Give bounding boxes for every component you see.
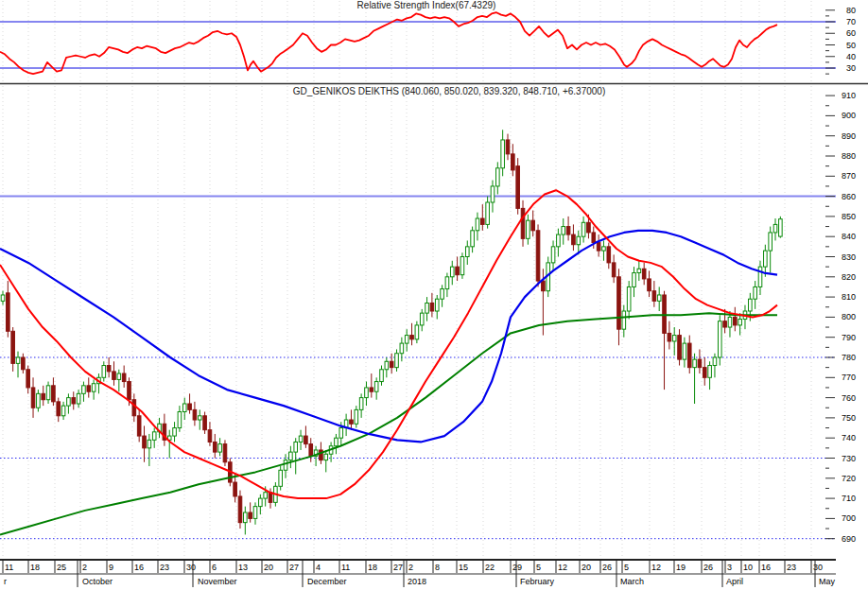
svg-text:890: 890	[842, 131, 856, 141]
svg-text:13: 13	[238, 563, 248, 572]
svg-text:16: 16	[134, 563, 144, 572]
svg-text:720: 720	[842, 474, 856, 483]
svg-text:900: 900	[842, 111, 856, 120]
svg-text:10: 10	[743, 563, 753, 572]
svg-text:26: 26	[602, 563, 612, 572]
svg-text:6: 6	[212, 563, 217, 572]
svg-text:3: 3	[727, 563, 732, 572]
svg-text:740: 740	[842, 433, 856, 442]
svg-text:November: November	[198, 577, 237, 586]
svg-text:23: 23	[787, 563, 796, 572]
svg-text:December: December	[307, 577, 347, 586]
svg-text:12: 12	[651, 563, 661, 572]
svg-text:860: 860	[842, 192, 856, 201]
svg-text:5: 5	[624, 563, 629, 572]
svg-text:710: 710	[842, 494, 856, 503]
svg-text:18: 18	[368, 563, 377, 572]
svg-text:5: 5	[536, 563, 541, 572]
svg-text:r: r	[4, 577, 7, 586]
svg-text:22: 22	[485, 563, 495, 572]
svg-text:23: 23	[160, 563, 169, 572]
svg-text:2: 2	[408, 563, 413, 572]
svg-text:2: 2	[82, 563, 87, 572]
svg-text:April: April	[726, 577, 743, 586]
svg-text:11: 11	[341, 563, 350, 572]
svg-text:11: 11	[5, 563, 13, 572]
svg-text:29: 29	[512, 563, 522, 572]
svg-text:700: 700	[842, 513, 856, 523]
svg-text:February: February	[520, 577, 555, 586]
svg-text:60: 60	[846, 28, 856, 38]
svg-text:27: 27	[393, 563, 403, 572]
svg-text:780: 780	[842, 353, 856, 362]
svg-text:March: March	[620, 577, 644, 586]
rsi-panel-title: Relative Strength Index(67.4329)	[357, 0, 496, 10]
svg-text:840: 840	[842, 232, 856, 241]
chart-window: 8070605040309109008908808708608508408308…	[0, 0, 868, 590]
svg-text:850: 850	[842, 212, 856, 221]
svg-text:760: 760	[842, 393, 856, 403]
svg-text:730: 730	[842, 454, 856, 463]
svg-text:26: 26	[703, 563, 713, 572]
svg-text:2018: 2018	[408, 577, 426, 586]
svg-text:12: 12	[558, 563, 567, 572]
svg-text:30: 30	[186, 563, 196, 572]
svg-text:18: 18	[30, 563, 40, 572]
svg-text:40: 40	[846, 52, 856, 61]
svg-text:810: 810	[842, 292, 856, 302]
price-panel-title: GD_GENIKOS DEIKTHS (840.060, 850.020, 83…	[293, 86, 606, 96]
svg-text:15: 15	[459, 563, 468, 572]
svg-text:800: 800	[842, 312, 856, 321]
svg-text:770: 770	[842, 373, 856, 382]
svg-text:4: 4	[316, 563, 321, 572]
svg-text:870: 870	[842, 171, 856, 181]
svg-text:80: 80	[846, 6, 856, 15]
svg-text:20: 20	[264, 563, 273, 572]
svg-text:790: 790	[842, 333, 856, 342]
svg-text:9: 9	[109, 563, 113, 572]
svg-text:50: 50	[846, 41, 856, 50]
svg-text:30: 30	[846, 63, 856, 73]
svg-text:820: 820	[842, 272, 856, 282]
svg-text:May: May	[819, 577, 836, 586]
svg-text:910: 910	[842, 91, 856, 100]
svg-text:750: 750	[842, 413, 856, 423]
svg-text:19: 19	[676, 563, 686, 572]
svg-text:16: 16	[761, 563, 771, 572]
svg-text:690: 690	[842, 534, 856, 544]
svg-text:25: 25	[57, 563, 66, 572]
svg-text:830: 830	[842, 252, 856, 262]
svg-text:880: 880	[842, 151, 856, 161]
svg-text:70: 70	[846, 17, 856, 26]
svg-text:27: 27	[289, 563, 299, 572]
svg-text:8: 8	[435, 563, 440, 572]
svg-text:October: October	[82, 577, 113, 586]
svg-text:20: 20	[582, 563, 591, 572]
